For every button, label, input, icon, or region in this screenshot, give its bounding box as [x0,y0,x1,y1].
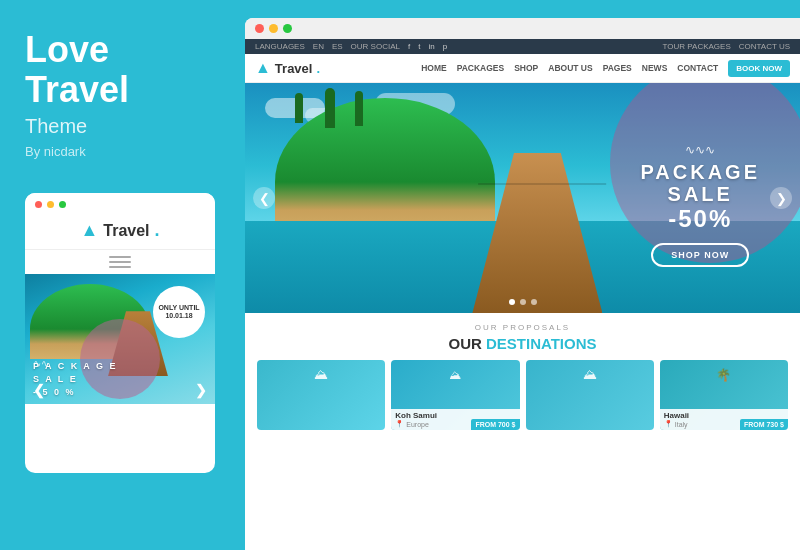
mobile-next-arrow[interactable]: ❯ [195,382,207,398]
nav-book-now-btn[interactable]: BOOK NOW [728,60,790,77]
mobile-only-until-badge: ONLY UNTIL 10.01.18 [153,286,205,338]
nav-news[interactable]: NEWS [642,63,668,73]
dest-icon-3: ⛰ [583,366,597,382]
nav-pages[interactable]: PAGES [603,63,632,73]
site-top-bar: LANGUAGES EN ES OUR SOCIAL f t in p TOUR… [245,39,800,54]
destinations-grid: ⛰ ⛰ Koh Samui 📍 Europe FROM 700 $ [257,360,788,430]
sale-discount: -50% [640,205,760,233]
sale-title: PACKAGE SALE [640,161,760,205]
theme-subtitle: Theme [25,115,220,138]
hero-pier-plank-1 [478,183,606,185]
top-bar-right: TOUR PACKAGES CONTACT US [663,42,790,51]
proposals-title-highlight: DESTINATIONS [486,335,597,352]
desktop-window-bar [245,18,800,39]
hero-tree-2 [325,88,335,128]
lang-en[interactable]: EN [313,42,324,51]
social-pi-icon[interactable]: p [443,42,447,51]
site-nav-bar: ▲ Travel . HOME PACKAGES SHOP ABOUT US P… [245,54,800,83]
dest-icon-1: ⛰ [314,366,328,382]
destination-card-3[interactable]: ⛰ [526,360,654,430]
site-logo-text: Travel [275,61,313,76]
nav-about[interactable]: ABOUT US [548,63,592,73]
dest-price-4: FROM 730 $ [740,419,788,430]
hero-tree-3 [355,91,363,126]
dest-icon-2: ⛰ [449,368,461,382]
mobile-logo-icon: ▲ [80,220,98,241]
mobile-hamburger-menu[interactable] [25,250,215,274]
shop-now-button[interactable]: ShOp Now [651,243,749,267]
mobile-logo-area: ▲ Travel . [25,214,215,250]
dest-price-2: FROM 700 $ [471,419,519,430]
nav-shop[interactable]: SHOP [514,63,538,73]
sale-label: SALE [668,183,733,205]
location-pin-icon-2: 📍 [395,420,404,428]
theme-title: LoveTravel [25,30,220,109]
only-until-date: 10.01.18 [165,312,192,320]
hamburger-line-2 [109,261,131,263]
hero-sale-content: ∿∿∿ PACKAGE SALE -50% ShOp Now [640,143,760,267]
hero-dots [509,299,537,305]
hamburger-line-1 [109,256,131,258]
nav-contact[interactable]: CONTACT [677,63,718,73]
mobile-dot-green [59,201,66,208]
hero-dot-2[interactable] [520,299,526,305]
mobile-prev-arrow[interactable]: ❮ [33,382,45,398]
social-in-icon[interactable]: in [428,42,434,51]
proposals-title: OUR DESTINATIONS [257,335,788,352]
mobile-package-text: P A C K A G E [33,361,118,371]
mobile-hero: ONLY UNTIL 10.01.18 ∿∿ P A C K A G E S A… [25,274,215,404]
desktop-mockup: LANGUAGES EN ES OUR SOCIAL f t in p TOUR… [245,18,800,550]
lang-es[interactable]: ES [332,42,343,51]
sale-package: PACKAGE [640,161,760,183]
site-logo-dot: . [316,61,320,76]
nav-home[interactable]: HOME [421,63,447,73]
mobile-logo-text: Travel [103,222,149,240]
location-pin-icon-4: 📍 [664,420,673,428]
social-tw-icon[interactable]: t [418,42,420,51]
mobile-mockup: ▲ Travel . ONLY UNTIL 10.01.18 ∿∿ [25,193,215,473]
hamburger-line-3 [109,266,131,268]
mobile-nav-arrows: ❮ ❯ [25,376,215,404]
hero-prev-arrow[interactable]: ❮ [253,187,275,209]
proposals-section: OUR PROPOSALS OUR DESTINATIONS ⛰ ⛰ Koh S… [245,313,800,550]
site-hero: ∿∿∿ PACKAGE SALE -50% ShOp Now ❮ ❯ [245,83,800,313]
desktop-site: LANGUAGES EN ES OUR SOCIAL f t in p TOUR… [245,39,800,550]
dest-icon-4: 🌴 [716,368,731,382]
site-nav-links: HOME PACKAGES SHOP ABOUT US PAGES NEWS C… [421,60,790,77]
mobile-logo-dot: . [155,220,160,241]
destination-card-1[interactable]: ⛰ [257,360,385,430]
mobile-dot-red [35,201,42,208]
sale-wave-icon: ∿∿∿ [640,143,760,157]
proposals-title-prefix: OUR [448,335,486,352]
site-logo: ▲ Travel . [255,59,320,77]
destination-card-4[interactable]: 🌴 Hawaii 📍 Italy FROM 730 $ [660,360,788,430]
proposals-label: OUR PROPOSALS [257,323,788,332]
dest-location-text-2: Europe [406,421,429,428]
left-panel: LoveTravel Theme By nicdark ▲ Travel . [0,0,245,550]
win-dot-yellow [269,24,278,33]
languages-label: LANGUAGES [255,42,305,51]
win-dot-red [255,24,264,33]
hero-next-arrow[interactable]: ❯ [770,187,792,209]
dest-location-text-4: Italy [675,421,688,428]
tour-packages-link[interactable]: TOUR PACKAGES [663,42,731,51]
hero-dot-3[interactable] [531,299,537,305]
social-label: OUR SOCIAL [351,42,400,51]
site-logo-icon: ▲ [255,59,271,77]
social-fb-icon[interactable]: f [408,42,410,51]
win-dot-green [283,24,292,33]
mobile-window-bar [25,193,215,214]
contact-us-link[interactable]: CONTACT US [739,42,790,51]
nav-packages[interactable]: PACKAGES [457,63,505,73]
hero-tree-1 [295,93,303,123]
top-bar-left: LANGUAGES EN ES OUR SOCIAL f t in p [255,42,447,51]
theme-author: By nicdark [25,144,220,159]
mobile-dot-yellow [47,201,54,208]
hero-dot-1[interactable] [509,299,515,305]
only-until-text: ONLY UNTIL [158,304,199,312]
destination-card-2[interactable]: ⛰ Koh Samui 📍 Europe FROM 700 $ [391,360,519,430]
